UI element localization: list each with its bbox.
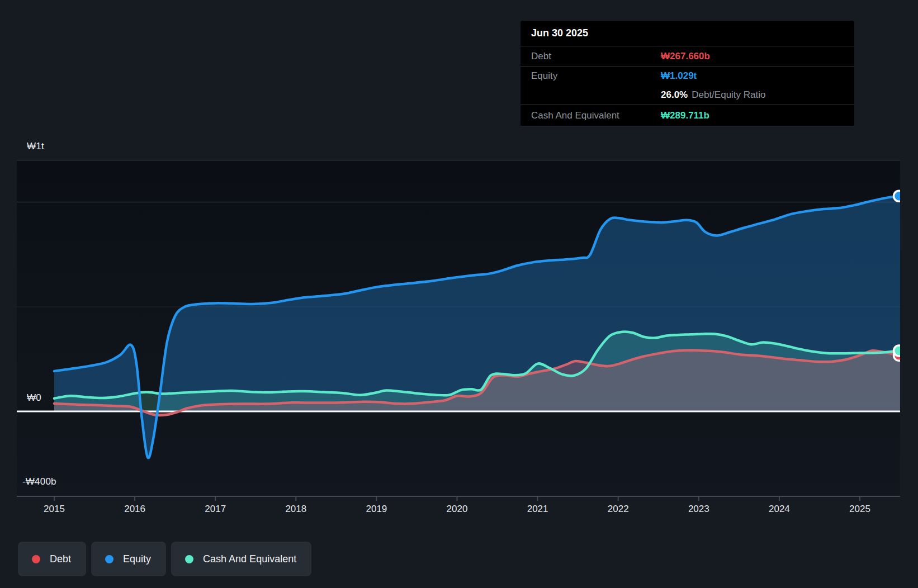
x-axis-label-2015: 2015 (44, 504, 65, 515)
tooltip-cash-value: ₩289.711b (661, 110, 709, 121)
debt-series-dot-icon (32, 555, 40, 563)
x-axis-label-2017: 2017 (205, 504, 226, 515)
y-axis-label-zero: ₩0 (27, 392, 41, 404)
tooltip-debt-value: ₩267.660b (661, 51, 710, 62)
chart-legend: Debt Equity Cash And Equivalent (18, 542, 311, 576)
tooltip-ratio-label: Debt/Equity Ratio (692, 89, 765, 101)
cash-series-dot-icon (185, 555, 193, 563)
tooltip-date: Jun 30 2025 (520, 21, 854, 46)
legend-cash-label: Cash And Equivalent (203, 553, 296, 565)
x-axis-label-2022: 2022 (608, 504, 629, 515)
x-axis-label-2019: 2019 (366, 504, 387, 515)
tooltip-row-equity: Equity ₩1.029t (520, 67, 854, 85)
tooltip-debt-label: Debt (531, 51, 661, 62)
tooltip-row-ratio: 26.0% Debt/Equity Ratio (520, 85, 854, 105)
x-axis-label-2023: 2023 (688, 504, 709, 515)
x-axis-label-2020: 2020 (447, 504, 468, 515)
legend-debt-label: Debt (50, 553, 71, 565)
legend-item-equity[interactable]: Equity (91, 542, 166, 576)
tooltip-equity-label: Equity (531, 70, 661, 82)
tooltip-row-cash: Cash And Equivalent ₩289.711b (520, 105, 854, 126)
x-axis-label-2016: 2016 (124, 504, 145, 515)
tooltip-row-debt: Debt ₩267.660b (520, 46, 854, 67)
chart-tooltip: Jun 30 2025 Debt ₩267.660b Equity ₩1.029… (520, 21, 854, 126)
tooltip-cash-label: Cash And Equivalent (531, 110, 661, 121)
y-axis-label-neg400: -₩400b (22, 476, 56, 487)
tooltip-ratio-value: 26.0% (661, 89, 688, 101)
legend-item-debt[interactable]: Debt (18, 542, 86, 576)
legend-equity-label: Equity (123, 553, 151, 565)
tooltip-equity-value: ₩1.029t (661, 70, 697, 82)
legend-item-cash[interactable]: Cash And Equivalent (171, 542, 311, 576)
x-axis-label-2024: 2024 (769, 504, 790, 515)
x-axis-label-2018: 2018 (285, 504, 306, 515)
y-axis-label-1t: ₩1t (27, 141, 44, 152)
x-axis-label-2025: 2025 (849, 504, 870, 515)
x-axis-label-2021: 2021 (527, 504, 548, 515)
equity-series-dot-icon (105, 555, 113, 563)
